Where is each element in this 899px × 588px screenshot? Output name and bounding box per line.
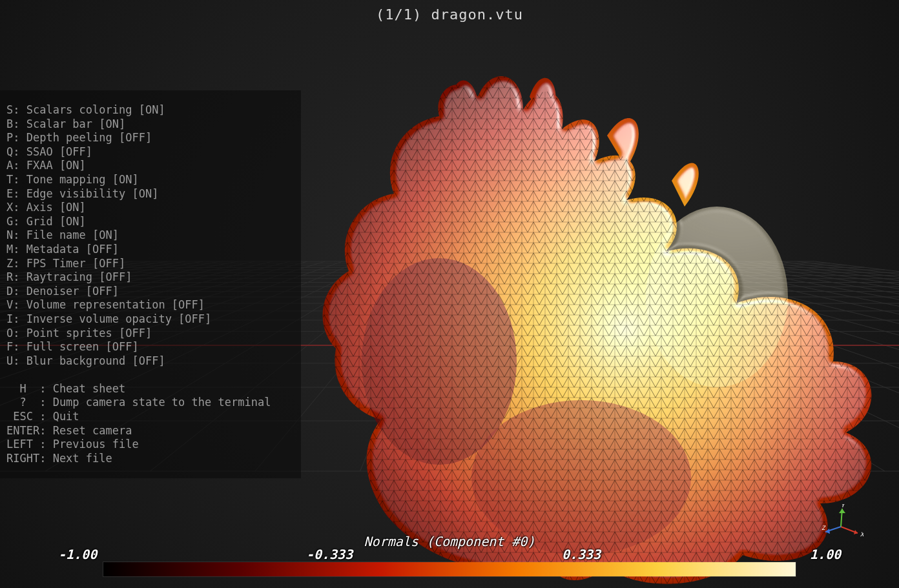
scalar-bar: Normals (Component #0) -1.00 -0.333 0.33… [0,527,899,588]
svg-line-54 [692,261,899,471]
scalar-bar-tick: -1.00 [58,547,97,562]
svg-line-52 [657,261,899,471]
svg-line-61 [815,261,899,471]
svg-line-59 [780,261,900,471]
svg-line-43 [500,261,675,471]
svg-line-49 [605,261,899,471]
svg-line-48 [588,261,899,471]
svg-line-47 [570,261,900,471]
svg-line-50 [623,261,899,471]
scalar-bar-tick: -0.333 [306,547,353,562]
svg-point-64 [362,258,517,465]
scalar-bar-tick: 0.333 [562,547,601,562]
svg-line-42 [482,261,570,471]
svg-line-46 [552,261,899,471]
svg-line-53 [675,261,899,471]
svg-line-69 [841,509,842,527]
svg-marker-70 [839,509,845,513]
svg-line-58 [762,261,899,471]
svg-text:Z: Z [822,525,826,531]
svg-line-55 [710,261,899,471]
scalar-bar-gradient [103,562,796,576]
file-name-label: (1/1) dragon.vtu [0,6,899,23]
axes-triad-icon: X Y Z [818,504,863,549]
svg-line-57 [745,261,899,471]
dragon-mesh [220,26,891,588]
svg-line-56 [727,261,899,471]
svg-line-44 [517,261,780,471]
scalar-bar-ticks: -1.00 -0.333 0.333 1.00 [58,547,841,562]
svg-line-60 [798,261,899,471]
scalar-bar-tick: 1.00 [810,547,841,562]
scalar-bar-title: Normals (Component #0) [0,534,899,549]
viewport-3d[interactable]: (1/1) dragon.vtu S: Scalars coloring [ON… [0,0,899,588]
svg-line-67 [841,527,858,533]
cheat-sheet-panel: S: Scalars coloring [ON] B: Scalar bar [… [0,90,301,478]
svg-line-45 [535,261,885,471]
svg-line-40 [360,261,448,471]
svg-marker-72 [825,529,830,534]
svg-point-66 [646,207,788,387]
svg-line-51 [640,261,899,471]
svg-line-71 [825,527,841,532]
svg-text:Y: Y [841,504,845,509]
svg-text:X: X [860,531,863,538]
svg-point-65 [471,400,691,555]
svg-marker-68 [854,530,858,534]
